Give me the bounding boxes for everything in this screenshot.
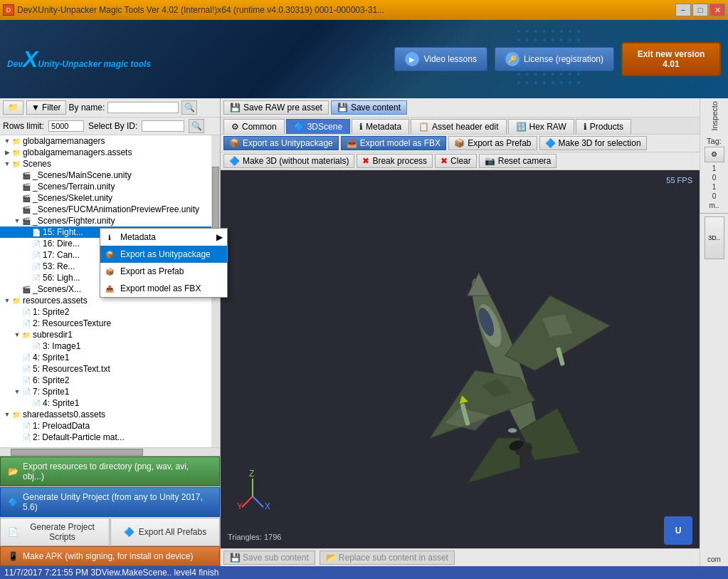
generate-unity-icon: 🔷: [8, 497, 19, 507]
tab-products[interactable]: ℹ Products: [576, 119, 631, 134]
tree-item-label: 16: Dire...: [43, 239, 80, 249]
search-button[interactable]: 🔍: [181, 100, 197, 115]
inspector-divider: [700, 213, 728, 214]
svg-line-19: [242, 496, 253, 507]
break-process-button[interactable]: ✖ Break process: [357, 154, 433, 168]
tree-item[interactable]: 📄2: ResourcesTexture: [0, 318, 211, 329]
video-lessons-button[interactable]: ▶ Video lessons: [394, 47, 487, 71]
reset-camera-button[interactable]: 📷 Reset camera: [479, 154, 557, 168]
export-unitypackage-button[interactable]: 📦 Export as Unitypackage: [223, 136, 339, 150]
tree-item[interactable]: 📄5: ResourcesText.txt: [0, 363, 211, 375]
logo-dev: Dev: [7, 59, 23, 69]
export-resources-label: Export resources to directory (png, wav,…: [23, 461, 212, 481]
ctx-export-unitypackage-icon: 📦: [105, 249, 115, 259]
expand-icon[interactable]: ▶: [3, 149, 11, 156]
context-menu: ℹ Metadata ▶ 📦 Export as Unitypackage 📦 …: [100, 228, 228, 298]
inspector-btn-1[interactable]: ⚙: [705, 147, 724, 162]
ctx-metadata[interactable]: ℹ Metadata ▶: [100, 229, 227, 246]
tree-item[interactable]: 🎬_Scenes/FUCMAnimationPreviewFree.unity: [0, 204, 211, 215]
tab-hex-raw[interactable]: 🔢 Hex RAW: [508, 119, 574, 134]
save-sub-button[interactable]: 💾 Save sub content: [223, 551, 315, 565]
tab-common[interactable]: ⚙ Common: [223, 119, 285, 134]
export-fbx-button[interactable]: 📤 Export model as FBX: [341, 136, 446, 150]
tree-item[interactable]: ▼📁Scenes: [0, 158, 211, 169]
tree-item[interactable]: 📄4: Sprite1: [0, 352, 211, 363]
tree-item[interactable]: 🎬_Scenes/Skelet.unity: [0, 192, 211, 204]
expand-icon[interactable]: ▼: [13, 217, 21, 224]
export-prefab-button[interactable]: 📦 Export as Prefab: [448, 136, 537, 150]
asset-icon: 📄: [31, 239, 41, 249]
replace-sub-button[interactable]: 📂 Replace sub content in asset: [320, 551, 455, 565]
tree-item[interactable]: 📄4: Sprite1: [0, 397, 211, 409]
export-prefabs-label: Export All Prefabs: [139, 527, 206, 537]
tree-item-label: 2: ResourcesTexture: [33, 318, 111, 328]
inspector-btn-2[interactable]: 3D..: [705, 217, 724, 259]
watermark-text: U: [675, 526, 682, 536]
exit-new-version-button[interactable]: Exit new version 4.01: [621, 42, 721, 76]
expand-icon[interactable]: ▼: [3, 160, 11, 167]
tree-item-label: resources.assets: [23, 296, 88, 306]
svg-point-17: [508, 428, 517, 432]
generate-scripts-button[interactable]: 📄 Generate Project Scripts: [0, 518, 110, 546]
3d-viewport[interactable]: 55 FPS: [221, 170, 700, 548]
scene-icon: 🎬: [21, 170, 31, 180]
tab-3dscene[interactable]: 🔷 3DScene: [286, 119, 350, 134]
svg-rect-0: [221, 198, 700, 520]
expand-icon[interactable]: ▼: [13, 331, 21, 338]
tree-item[interactable]: 📄6: Sprite2: [0, 375, 211, 386]
filter-input[interactable]: [107, 102, 179, 113]
folder-icon-btn[interactable]: 📁: [3, 100, 23, 115]
ctx-metadata-label: Metadata: [120, 232, 156, 242]
make-3d-no-mat-button[interactable]: 🔷 Make 3D (without materials): [223, 154, 354, 168]
asset-icon: 📄: [21, 318, 31, 328]
expand-icon[interactable]: ▼: [3, 411, 11, 418]
tree-item[interactable]: ▼📁sharedassets0.assets: [0, 409, 211, 420]
save-raw-button[interactable]: 💾 Save RAW pre asset: [223, 100, 329, 115]
h-scroll-thumb[interactable]: [11, 449, 142, 456]
tree-item[interactable]: ▼🎬_Scenes/Fighter.unity: [0, 215, 211, 226]
rows-label: Rows limit:: [3, 121, 44, 131]
expand-icon[interactable]: ▼: [13, 388, 21, 395]
tree-item[interactable]: ▼📁subresdir1: [0, 329, 211, 340]
tab-metadata[interactable]: ℹ Metadata: [352, 119, 409, 134]
select-by-id-search-button[interactable]: 🔍: [189, 119, 204, 133]
tree-item[interactable]: 📄3: Image1: [0, 340, 211, 352]
script-prefab-buttons: 📄 Generate Project Scripts 🔷 Export All …: [0, 518, 220, 546]
rows-input[interactable]: [48, 120, 84, 132]
tree-item[interactable]: 📄1: PreloadData: [0, 420, 211, 432]
ctx-export-prefab[interactable]: 📦 Export as Prefab: [100, 263, 227, 280]
close-button[interactable]: ✕: [709, 4, 725, 16]
generate-scripts-label: Generate Project Scripts: [23, 522, 102, 542]
tree-item[interactable]: ▼📁globalgamemanagers: [0, 135, 211, 147]
license-button[interactable]: 🔑 License (registration): [495, 47, 614, 71]
make-apk-button[interactable]: 📱 Make APK (with signing, for install on…: [0, 546, 220, 566]
minimize-button[interactable]: −: [675, 4, 691, 16]
asset-icon: 📄: [21, 364, 31, 374]
tab-asset-header[interactable]: 📋 Asset header edit: [411, 119, 506, 134]
ctx-export-unitypackage[interactable]: 📦 Export as Unitypackage: [100, 246, 227, 263]
tree-item[interactable]: 🎬_Scenes/MainScene.unity: [0, 169, 211, 181]
export-all-prefabs-button[interactable]: 🔷 Export All Prefabs: [110, 518, 220, 546]
export-unitypackage-label: Export as Unitypackage: [243, 138, 333, 148]
make-3d-button[interactable]: 🔷 Make 3D for selection: [539, 136, 647, 150]
ctx-export-fbx[interactable]: 📤 Export model as FBX: [100, 280, 227, 297]
select-by-id-input[interactable]: [142, 120, 184, 132]
tree-item[interactable]: 🎬_Scenes/Terrain.unity: [0, 181, 211, 192]
generate-unity-button[interactable]: 🔷 Generate Unity Project (from any to Un…: [0, 487, 220, 517]
tree-item[interactable]: ▶📁globalgamemanagers.assets: [0, 147, 211, 158]
clear-button[interactable]: ✖ Clear: [435, 154, 477, 168]
scene-icon: 🎬: [21, 182, 31, 192]
maximize-button[interactable]: □: [692, 4, 708, 16]
expand-icon[interactable]: ▼: [3, 297, 11, 304]
inspector-val-3: 1: [712, 183, 717, 191]
make-3d-no-mat-label: Make 3D (without materials): [243, 156, 349, 166]
export-resources-button[interactable]: 📂 Export resources to directory (png, wa…: [0, 457, 220, 486]
expand-icon[interactable]: ▼: [3, 137, 11, 145]
tree-item[interactable]: 📄1: Sprite2: [0, 306, 211, 318]
tree-item[interactable]: ▼📄7: Sprite1: [0, 386, 211, 397]
header-buttons: ▶ Video lessons 🔑 License (registration)…: [394, 42, 721, 76]
save-content-button[interactable]: 💾 Save content: [331, 100, 407, 115]
filter-button[interactable]: ▼ Filter: [26, 100, 66, 115]
horizontal-scrollbar[interactable]: [0, 447, 220, 456]
tree-item[interactable]: 📄2: Default-Particle mat...: [0, 432, 211, 443]
